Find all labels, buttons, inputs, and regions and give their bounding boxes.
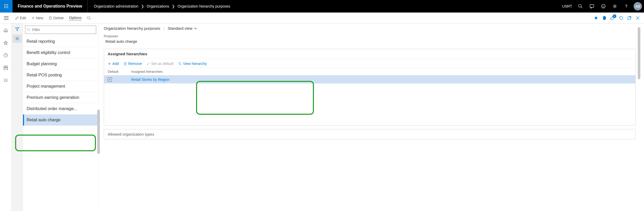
svg-point-9	[579, 4, 581, 7]
divider: |	[163, 26, 165, 31]
waffle-icon	[4, 4, 8, 8]
popout-button[interactable]	[625, 14, 634, 22]
svg-point-15	[614, 5, 615, 7]
col-default-header[interactable]: Default	[108, 70, 131, 74]
list-item[interactable]: Distributed order manage...	[23, 103, 98, 114]
user-avatar[interactable]: AD	[634, 2, 642, 10]
purpose-value: Retail auto charge	[104, 38, 644, 45]
close-icon	[636, 16, 640, 20]
filter-button[interactable]	[13, 25, 22, 33]
list-item[interactable]: Project management	[23, 81, 98, 92]
list-item[interactable]: Budget planning	[23, 58, 98, 70]
purposes-label: Purposes	[104, 34, 644, 38]
messages-button[interactable]	[587, 0, 597, 13]
remove-label: Remove	[128, 62, 142, 66]
list-item[interactable]: Premium earning generation	[23, 92, 98, 103]
feedback-button[interactable]	[598, 0, 609, 13]
recent-button[interactable]	[1, 51, 10, 60]
svg-point-16	[626, 8, 627, 8]
lines-icon	[15, 37, 19, 41]
set-default-label: Set as default	[151, 62, 174, 66]
list-item[interactable]: Retail reporting	[23, 36, 98, 47]
diamond-icon	[594, 16, 598, 20]
find-button[interactable]	[84, 15, 94, 21]
remove-button[interactable]: Remove	[124, 62, 142, 66]
search-icon	[178, 62, 182, 65]
list-filter	[23, 23, 98, 36]
clock-icon	[3, 53, 8, 58]
add-button[interactable]: Add	[108, 62, 119, 66]
close-button[interactable]	[634, 14, 642, 22]
table-row[interactable]: Retail Stores by Region	[104, 75, 635, 83]
funnel-icon	[15, 27, 19, 31]
options-button[interactable]: Options	[66, 15, 84, 21]
svg-rect-4	[6, 6, 7, 7]
delete-button[interactable]: Delete	[46, 15, 66, 21]
edit-button[interactable]: Edit	[13, 15, 29, 21]
purposes-list[interactable]: Retail reportingBenefit eligibility cont…	[23, 36, 98, 211]
view-selector[interactable]: Standard view	[168, 26, 197, 31]
list-item[interactable]: Retail auto charge	[23, 114, 98, 126]
gear-icon	[612, 4, 617, 9]
svg-line-10	[581, 7, 582, 8]
smiley-icon	[601, 4, 606, 9]
set-default-button: Set as default	[147, 62, 174, 66]
refresh-button[interactable]	[617, 14, 625, 22]
personalize-button[interactable]	[592, 14, 600, 22]
home-button[interactable]	[1, 26, 10, 35]
svg-line-51	[180, 64, 181, 65]
filter-input[interactable]	[32, 28, 94, 32]
new-button[interactable]: New	[29, 15, 46, 21]
svg-rect-22	[50, 17, 51, 19]
view-hierarchy-button[interactable]: View hierarchy	[178, 62, 207, 66]
list-icon	[3, 78, 8, 83]
chevron-down-icon	[194, 27, 197, 30]
svg-rect-11	[590, 5, 594, 8]
svg-point-25	[87, 16, 90, 19]
svg-point-14	[604, 5, 604, 6]
search-button[interactable]	[575, 0, 586, 13]
nav-toggle-button[interactable]	[2, 14, 10, 22]
new-label: New	[36, 16, 43, 20]
options-label: Options	[69, 16, 82, 20]
svg-point-39	[4, 81, 5, 82]
svg-rect-34	[4, 68, 7, 70]
modules-button[interactable]	[1, 76, 10, 85]
search-icon	[578, 4, 583, 9]
list-item[interactable]: Benefit eligibility control	[23, 47, 98, 58]
svg-line-45	[29, 30, 30, 31]
svg-rect-28	[628, 17, 630, 20]
popout-icon	[627, 16, 631, 20]
svg-rect-0	[4, 4, 5, 5]
company-code[interactable]: USRT	[562, 4, 572, 8]
office-addin-button[interactable]	[600, 14, 609, 22]
list-item[interactable]: Retail POS posting	[23, 70, 98, 81]
svg-point-37	[4, 80, 5, 81]
help-button[interactable]	[621, 0, 631, 13]
filter-input-wrap[interactable]	[25, 26, 96, 34]
svg-rect-33	[6, 66, 7, 68]
allowed-org-types-section[interactable]: Allowed organization types	[104, 129, 636, 139]
top-header: Finance and Operations Preview Organizat…	[0, 0, 644, 13]
svg-rect-32	[4, 66, 5, 68]
svg-rect-27	[594, 16, 597, 19]
breadcrumb-item[interactable]: Organization hierarchy purposes	[178, 4, 230, 8]
view-hierarchy-label: View hierarchy	[183, 62, 207, 66]
header-right: USRT AD	[562, 0, 644, 13]
scrollbar-thumb[interactable]	[638, 27, 640, 79]
hamburger-icon	[4, 16, 9, 20]
settings-button[interactable]	[610, 0, 620, 13]
breadcrumb-item[interactable]: Organization administration	[94, 4, 138, 8]
svg-point-12	[602, 4, 605, 8]
list-view-button[interactable]	[13, 34, 22, 43]
favorites-button[interactable]	[1, 38, 10, 47]
grid-toolbar: Add Remove Set as default View hierarchy	[104, 59, 635, 68]
col-hierarchies-header[interactable]: Assigned hierarchies	[131, 70, 632, 74]
attachments-button[interactable]: 0	[609, 14, 617, 22]
section-title: Assigned hierarchies	[104, 49, 635, 59]
app-launcher-button[interactable]	[0, 0, 13, 13]
workspaces-button[interactable]	[1, 63, 10, 73]
hierarchy-link[interactable]: Retail Stores by Region	[131, 77, 169, 82]
breadcrumb-item[interactable]: Organizations	[147, 4, 169, 8]
default-cell[interactable]	[108, 77, 131, 82]
